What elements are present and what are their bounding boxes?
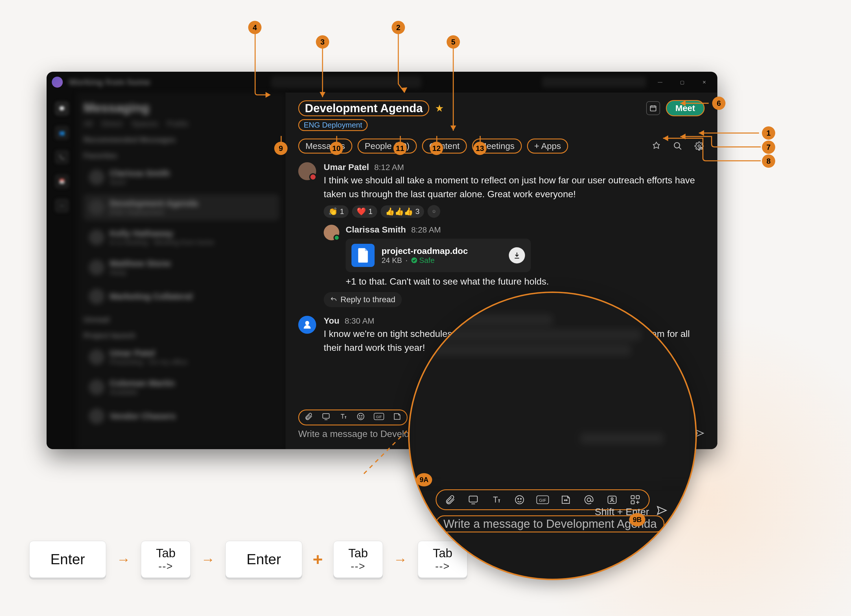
pin-icon[interactable] [651,141,662,152]
plus-icon: + [313,550,323,569]
reaction-row: 👏1 ❤️1 👍👍👍3 ☺ [324,205,705,218]
reaction-heart[interactable]: ❤️1 [352,205,377,218]
svg-point-20 [518,498,519,499]
send-icon-zoom[interactable] [656,505,668,518]
nav-rail: 💬 👥 📞 📅 ⋯ [47,93,77,449]
add-reaction-icon[interactable]: ☺ [427,205,440,218]
schedule-button[interactable] [646,101,660,115]
file-size: 24 KB [382,256,402,265]
timestamp: 8:12 AM [374,163,404,172]
callout-9b: 9B [629,513,645,526]
download-button[interactable] [509,247,525,263]
attach-icon[interactable] [304,412,313,423]
callout-13: 13 [473,142,487,155]
key-tab: Tab--> [141,541,191,578]
screen-capture-icon[interactable] [322,412,330,423]
file-name: project-roadmap.doc [382,246,468,256]
sidebar: Messaging AllDirectSpacesPublic Recommen… [77,93,286,449]
magnifier-overlay: GIF Write a message to Development Agend… [408,291,697,580]
svg-text:GIF: GIF [539,498,546,503]
reaction-thumbs[interactable]: 👍👍👍3 [381,205,424,218]
callout-8: 8 [762,155,775,168]
rail-teams-icon[interactable]: 👥 [55,126,69,140]
key-enter: Enter [29,541,106,578]
format-text-icon[interactable] [490,493,503,506]
arrow-icon: → [117,551,131,567]
callout-12: 12 [430,142,443,155]
tab-messages[interactable]: Messages [298,138,352,153]
author-name: You [324,316,339,326]
rail-calendar-icon[interactable]: 📅 [55,174,69,189]
svg-point-25 [566,500,567,500]
callout-1: 1 [762,126,775,140]
rail-more-icon[interactable]: ⋯ [55,198,69,213]
author-name: Clarissa Smith [346,225,406,234]
tab-apps[interactable]: + Apps [527,138,568,153]
callout-2: 2 [392,21,405,34]
callout-9: 9 [274,142,287,155]
titlebar-status: Working from home [69,77,150,87]
callout-4: 4 [248,21,262,34]
window-maximize-icon[interactable]: ▢ [674,77,690,88]
gif-icon[interactable]: GIF [536,493,549,506]
svg-point-26 [587,498,591,502]
svg-rect-30 [636,496,639,499]
user-presence-avatar[interactable] [52,77,63,88]
emoji-icon[interactable] [513,493,526,506]
timestamp: 8:28 AM [411,225,441,234]
svg-rect-31 [631,500,634,504]
sticker-icon[interactable] [559,493,573,506]
callout-9a: 9A [416,473,432,487]
author-name: Umar Patel [324,162,369,172]
rail-calling-icon[interactable]: 📞 [55,150,69,164]
team-chip[interactable]: ENG Deployment [298,119,368,131]
screen-capture-icon[interactable] [466,493,480,506]
reaction-clap[interactable]: 👏1 [324,205,349,218]
callout-11: 11 [393,142,407,155]
svg-point-7 [362,415,362,416]
space-title[interactable]: Development Agenda [298,100,429,116]
search-icon[interactable] [672,141,683,152]
favorite-star-icon[interactable]: ★ [435,102,444,114]
svg-point-19 [516,496,524,504]
attach-icon[interactable] [444,493,457,506]
avatar[interactable] [324,225,339,240]
arrow-icon: → [201,551,215,567]
window-close-icon[interactable]: ✕ [696,77,712,88]
reply-to-thread-button[interactable]: Reply to thread [324,292,402,307]
mention-icon[interactable] [582,493,595,506]
message-item: Umar Patel 8:12 AM I think we should all… [298,162,705,307]
contact-banner[interactable] [542,77,646,87]
format-text-icon[interactable] [339,412,348,423]
file-attachment[interactable]: project-roadmap.doc 24 KB · Safe [346,239,531,272]
tab-content[interactable]: Content [422,138,467,153]
svg-point-6 [359,415,360,416]
svg-rect-29 [631,496,634,499]
avatar[interactable] [298,162,316,180]
window-minimize-icon[interactable]: — [652,77,668,88]
svg-point-28 [611,498,613,500]
titlebar: Working from home — ▢ ✕ [47,72,717,93]
timestamp: 8:30 AM [344,316,374,326]
callout-7: 7 [762,141,775,154]
meet-button[interactable]: Meet [666,100,705,116]
rail-messaging-icon[interactable]: 💬 [55,101,69,116]
file-doc-icon [352,244,374,267]
key-enter: Enter [226,541,302,578]
message-body: +1 to that. Can't wait to see what the f… [346,276,705,287]
space-tabs: Messages People (30) Content Meetings + … [286,134,717,156]
callout-10: 10 [330,142,343,155]
collapse-chevron-icon[interactable] [696,144,705,154]
space-header: Development Agenda ★ Meet ENG Deployment [286,93,717,134]
arrow-icon: → [393,551,407,567]
svg-point-5 [358,413,364,420]
key-tab: Tab--> [333,541,383,578]
callout-6: 6 [712,96,725,110]
self-avatar-icon[interactable] [298,316,316,334]
keycap-sequence: Enter → Tab--> → Enter + Tab--> → Tab--> [29,541,468,578]
svg-point-21 [520,498,521,499]
svg-rect-0 [650,106,656,111]
global-search[interactable] [271,76,421,88]
callout-3: 3 [316,35,329,49]
tab-people[interactable]: People (30) [358,138,417,153]
